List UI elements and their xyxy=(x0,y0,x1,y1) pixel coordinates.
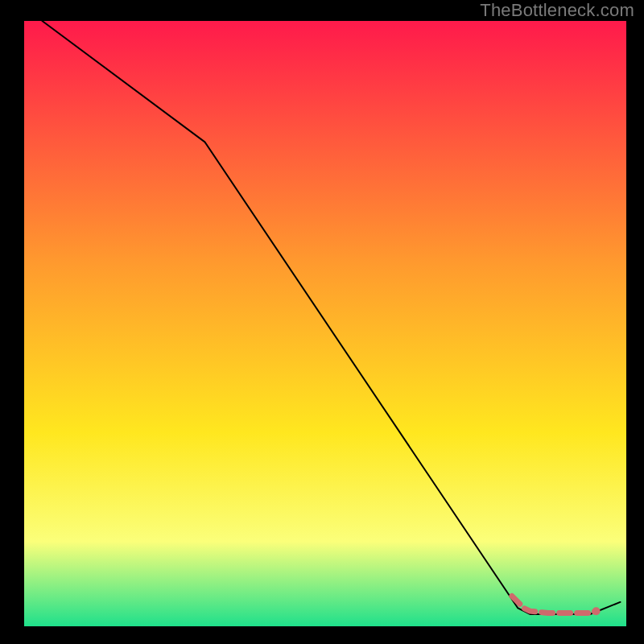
bottleneck-chart xyxy=(0,0,644,644)
optimal-region-endpoint xyxy=(592,607,601,615)
watermark-text: TheBottleneck.com xyxy=(480,0,634,21)
chart-stage: TheBottleneck.com xyxy=(0,0,644,644)
plot-background xyxy=(24,21,626,626)
